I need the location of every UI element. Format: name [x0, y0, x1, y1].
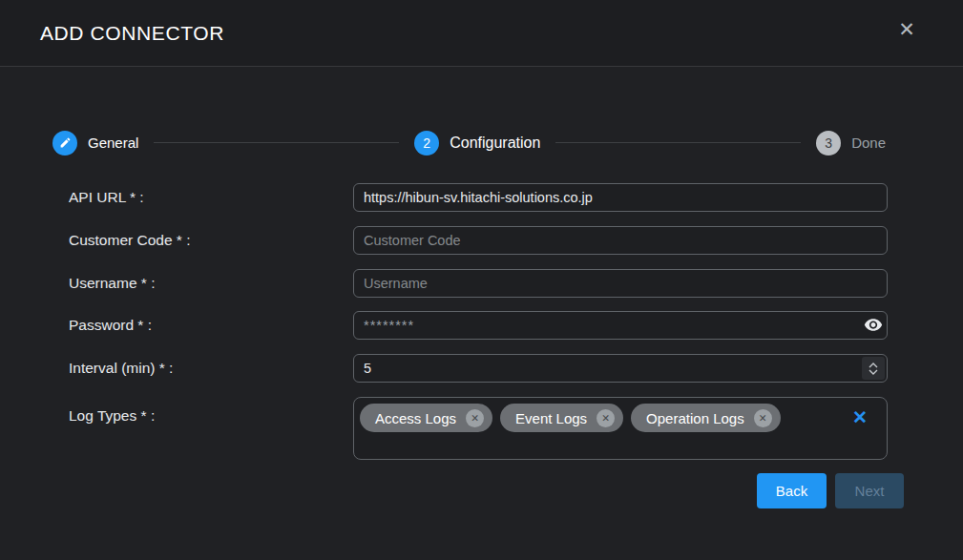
spinner-down-icon[interactable] [869, 369, 878, 375]
clear-all-icon[interactable]: ✕ [848, 405, 871, 428]
chip-label: Event Logs [515, 410, 587, 426]
step-configuration: 2 Configuration [414, 131, 540, 156]
chip-access-logs[interactable]: Access Logs ✕ [360, 404, 492, 432]
api-url-label: API URL * : [69, 183, 144, 212]
step-general-label: General [88, 135, 138, 151]
close-icon[interactable]: ✕ [893, 15, 920, 42]
step-done: 3 Done [816, 131, 886, 156]
chip-remove-icon[interactable]: ✕ [466, 409, 484, 427]
dialog-title: ADD CONNECTOR [40, 0, 224, 67]
log-types-multiselect[interactable]: Access Logs ✕ Event Logs ✕ Operation Log… [353, 397, 888, 460]
step-general-circle [52, 131, 77, 156]
chip-operation-logs[interactable]: Operation Logs ✕ [631, 404, 781, 432]
username-input[interactable] [353, 269, 888, 298]
stepper-divider [555, 142, 801, 143]
chip-label: Access Logs [375, 410, 456, 426]
interval-stepper[interactable] [862, 357, 885, 380]
step-configuration-label: Configuration [450, 135, 540, 152]
next-button[interactable]: Next [835, 473, 904, 508]
dialog-header: ADD CONNECTOR ✕ [0, 0, 963, 67]
api-url-input[interactable] [353, 183, 888, 212]
step-configuration-circle: 2 [414, 131, 439, 156]
chip-event-logs[interactable]: Event Logs ✕ [500, 404, 623, 432]
log-type-chips: Access Logs ✕ Event Logs ✕ Operation Log… [360, 404, 848, 432]
stepper-divider [154, 142, 399, 143]
password-label: Password * : [69, 311, 152, 340]
password-input[interactable] [353, 311, 888, 340]
password-visibility-toggle[interactable] [861, 315, 886, 336]
interval-label: Interval (min) * : [69, 354, 173, 383]
wizard-stepper: General 2 Configuration 3 Done [52, 130, 886, 156]
username-label: Username * : [69, 269, 155, 298]
edit-pencil-icon [59, 136, 72, 149]
back-button[interactable]: Back [757, 473, 827, 508]
customer-code-input[interactable] [353, 226, 888, 255]
chip-label: Operation Logs [646, 410, 744, 426]
step-done-circle: 3 [816, 131, 841, 156]
interval-input[interactable] [353, 354, 888, 383]
step-general: General [52, 131, 138, 156]
chip-remove-icon[interactable]: ✕ [597, 409, 615, 427]
chip-remove-icon[interactable]: ✕ [754, 409, 772, 427]
spinner-up-icon[interactable] [869, 363, 878, 368]
customer-code-label: Customer Code * : [69, 226, 191, 255]
log-types-label: Log Types * : [69, 402, 155, 430]
eye-icon [864, 318, 883, 333]
step-done-label: Done [851, 135, 886, 151]
